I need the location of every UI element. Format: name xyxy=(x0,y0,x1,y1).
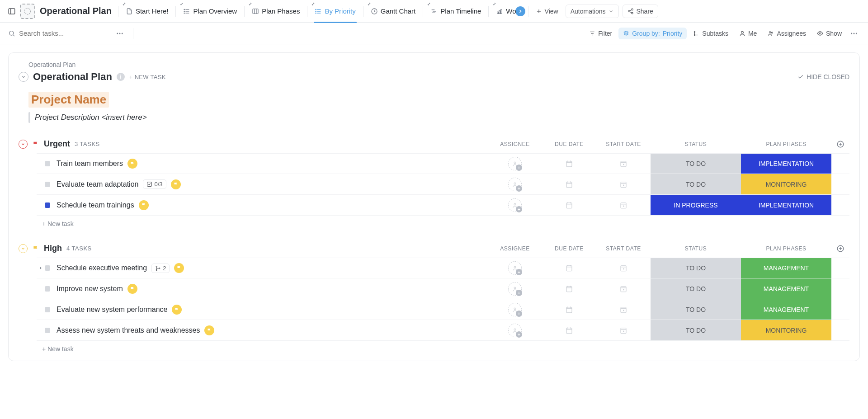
phase-cell[interactable]: MONITORING xyxy=(741,320,831,340)
task-name[interactable]: Improve new system xyxy=(57,285,123,293)
start-date-cell[interactable] xyxy=(596,299,651,320)
phase-cell[interactable]: IMPLEMENTATION xyxy=(741,154,831,174)
assignee-cell[interactable] xyxy=(488,174,542,194)
status-cell[interactable]: TO DO xyxy=(651,278,741,299)
assignee-cell[interactable] xyxy=(488,278,542,299)
groupby-button[interactable]: Group by: Priority xyxy=(618,28,687,39)
status-dot[interactable] xyxy=(45,202,50,208)
due-date-cell[interactable] xyxy=(542,174,596,194)
phase-cell[interactable]: MONITORING xyxy=(741,174,831,194)
filter-button[interactable]: Filter xyxy=(585,28,617,39)
task-row[interactable]: Train team members TO DO IMPLEMENTATION xyxy=(37,153,849,174)
search-input[interactable] xyxy=(19,29,100,37)
task-row[interactable]: Schedule team trainings IN PROGRESS IMPL… xyxy=(37,195,849,216)
add-column-button[interactable] xyxy=(831,140,849,148)
assignee-cell[interactable] xyxy=(488,320,542,340)
new-task-button[interactable]: + New task xyxy=(19,341,849,353)
start-date-cell[interactable] xyxy=(596,154,651,174)
add-view-button[interactable]: View xyxy=(531,5,563,18)
project-name[interactable]: Project Name xyxy=(28,92,109,108)
priority-flag-badge[interactable] xyxy=(174,263,184,273)
status-dot[interactable] xyxy=(45,307,50,312)
tab-plan-overview[interactable]: Plan Overview xyxy=(179,0,241,23)
status-cell[interactable]: TO DO xyxy=(651,320,741,340)
share-button[interactable]: Share xyxy=(623,5,658,18)
phase-cell[interactable]: MANAGEMENT xyxy=(741,278,831,299)
subtask-badge[interactable]: 2 xyxy=(151,264,170,273)
project-description[interactable]: Project Description <insert here> xyxy=(35,112,147,123)
start-date-cell[interactable] xyxy=(596,320,651,340)
collapse-all-button[interactable] xyxy=(19,72,28,82)
space-avatar[interactable] xyxy=(20,4,35,19)
due-date-cell[interactable] xyxy=(542,154,596,174)
status-dot[interactable] xyxy=(45,328,50,333)
tab-plan-timeline[interactable]: Plan Timeline xyxy=(426,0,486,23)
column-start-date[interactable]: START DATE xyxy=(596,141,651,147)
column-due-date[interactable]: DUE DATE xyxy=(542,245,596,252)
column-start-date[interactable]: START DATE xyxy=(596,245,651,252)
column-plan-phases[interactable]: PLAN PHASES xyxy=(741,245,831,252)
status-cell[interactable]: IN PROGRESS xyxy=(651,195,741,215)
status-dot[interactable] xyxy=(45,265,50,271)
task-name[interactable]: Evaluate new system performance xyxy=(57,306,167,314)
start-date-cell[interactable] xyxy=(596,258,651,278)
tab-plan-phases[interactable]: Plan Phases xyxy=(247,0,304,23)
status-dot[interactable] xyxy=(45,286,50,292)
add-column-button[interactable] xyxy=(831,245,849,253)
hide-closed-button[interactable]: HIDE CLOSED xyxy=(797,73,849,80)
more-icon[interactable] xyxy=(114,28,126,39)
me-button[interactable]: Me xyxy=(735,28,761,39)
task-name[interactable]: Schedule executive meeting xyxy=(57,264,147,272)
priority-flag-badge[interactable] xyxy=(172,305,182,315)
subtask-badge[interactable]: 0/3 xyxy=(143,179,166,189)
status-dot[interactable] xyxy=(45,182,50,187)
expand-subtasks-button[interactable] xyxy=(37,266,45,270)
automations-button[interactable]: Automations xyxy=(566,5,619,18)
task-name[interactable]: Train team members xyxy=(57,160,123,168)
info-icon[interactable]: i xyxy=(117,73,125,81)
priority-flag-badge[interactable] xyxy=(139,200,149,210)
task-row[interactable]: Assess new system threats and weaknesses… xyxy=(37,320,849,341)
task-name[interactable]: Assess new system threats and weaknesses xyxy=(57,326,200,334)
tab-workload[interactable]: Wo xyxy=(491,0,517,23)
task-name[interactable]: Evaluate team adaptation xyxy=(57,180,138,188)
due-date-cell[interactable] xyxy=(542,299,596,320)
task-name[interactable]: Schedule team trainings xyxy=(57,201,134,209)
column-plan-phases[interactable]: PLAN PHASES xyxy=(741,141,831,147)
subtasks-button[interactable]: Subtasks xyxy=(689,28,733,39)
phase-cell[interactable]: MANAGEMENT xyxy=(741,258,831,278)
collapse-group-button[interactable] xyxy=(19,244,28,253)
phase-cell[interactable]: MANAGEMENT xyxy=(741,299,831,320)
assignee-cell[interactable] xyxy=(488,299,542,320)
column-status[interactable]: STATUS xyxy=(651,245,741,252)
assignee-cell[interactable] xyxy=(488,195,542,215)
column-due-date[interactable]: DUE DATE xyxy=(542,141,596,147)
new-task-button[interactable]: + New task xyxy=(19,216,849,227)
start-date-cell[interactable] xyxy=(596,278,651,299)
tab-by-priority[interactable]: By Priority xyxy=(310,0,360,23)
phase-cell[interactable]: IMPLEMENTATION xyxy=(741,195,831,215)
start-date-cell[interactable] xyxy=(596,195,651,215)
due-date-cell[interactable] xyxy=(542,278,596,299)
priority-flag-badge[interactable] xyxy=(204,325,214,335)
assignee-cell[interactable] xyxy=(488,154,542,174)
breadcrumb[interactable]: Operational Plan xyxy=(28,61,849,68)
collapse-group-button[interactable] xyxy=(19,140,28,149)
task-row[interactable]: Schedule executive meeting 2 TO DO MANAG… xyxy=(37,258,849,278)
tab-gantt-chart[interactable]: Gantt Chart xyxy=(366,0,420,23)
status-cell[interactable]: TO DO xyxy=(651,258,741,278)
start-date-cell[interactable] xyxy=(596,174,651,194)
task-row[interactable]: Evaluate team adaptation 0/3 TO DO MONIT… xyxy=(37,174,849,195)
status-cell[interactable]: TO DO xyxy=(651,174,741,194)
new-task-button[interactable]: + NEW TASK xyxy=(129,74,166,80)
more-icon[interactable] xyxy=(848,28,860,39)
due-date-cell[interactable] xyxy=(542,195,596,215)
show-button[interactable]: Show xyxy=(812,28,846,39)
column-assignee[interactable]: ASSIGNEE xyxy=(488,141,542,147)
status-cell[interactable]: TO DO xyxy=(651,154,741,174)
assignee-cell[interactable] xyxy=(488,258,542,278)
tab-start-here[interactable]: Start Here! xyxy=(121,0,173,23)
status-cell[interactable]: TO DO xyxy=(651,299,741,320)
column-assignee[interactable]: ASSIGNEE xyxy=(488,245,542,252)
sidebar-toggle-icon[interactable] xyxy=(5,4,19,19)
